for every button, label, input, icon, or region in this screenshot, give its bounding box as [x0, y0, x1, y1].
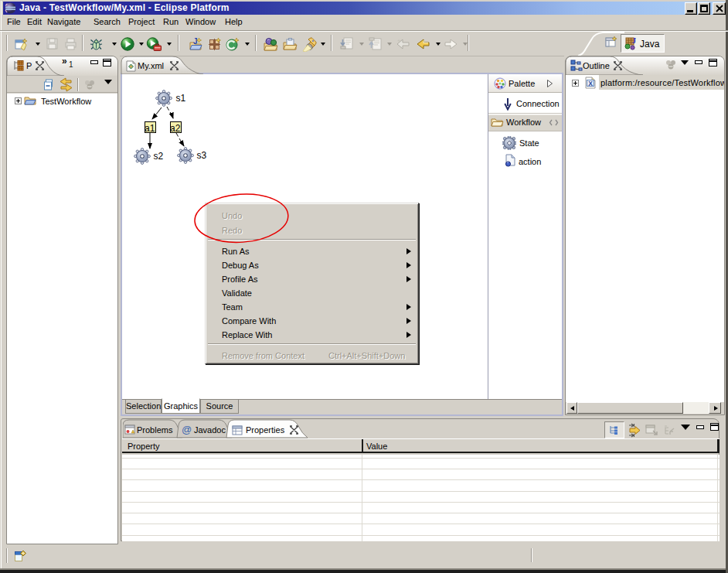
svg-text:s2: s2	[154, 151, 164, 162]
svg-text:J: J	[632, 36, 636, 45]
svg-text:a2: a2	[170, 123, 181, 134]
svg-text:s3: s3	[197, 150, 207, 161]
svg-text:s1: s1	[176, 93, 186, 104]
svg-text:X: X	[588, 80, 593, 87]
svg-text:a1: a1	[145, 123, 155, 134]
svg-text:J: J	[193, 37, 198, 46]
